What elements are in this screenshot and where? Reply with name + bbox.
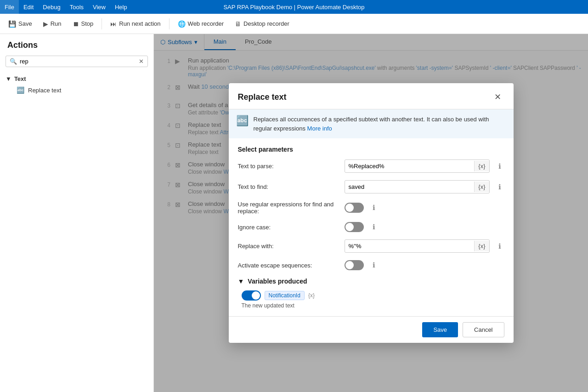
- run-icon: ▶: [43, 20, 48, 28]
- escape-info-icon[interactable]: ℹ: [369, 261, 379, 269]
- sidebar-item-label: Replace text: [28, 87, 61, 94]
- regex-toggle-wrap: [345, 203, 364, 213]
- sidebar-section-header-text[interactable]: ▼ Text: [6, 74, 148, 84]
- toolbar: 💾 Save ▶ Run ⏹ Stop ⏭ Run next action 🌐 …: [0, 14, 588, 34]
- search-box: 🔍 ✕: [6, 56, 148, 67]
- text-to-find-var-btn[interactable]: {x}: [474, 182, 489, 192]
- regex-info-icon[interactable]: ℹ: [369, 204, 379, 212]
- run-next-button[interactable]: ⏭ Run next action: [106, 18, 165, 30]
- save-label: Save: [18, 20, 32, 27]
- regex-toggle-label: Use regular expressions for find and rep…: [238, 201, 339, 215]
- text-to-parse-var-btn[interactable]: {x}: [474, 161, 489, 171]
- text-to-parse-input[interactable]: [345, 160, 475, 172]
- sidebar-section-label: Text: [14, 75, 26, 82]
- desktop-recorder-button[interactable]: 🖥 Desktop recorder: [230, 18, 294, 30]
- text-to-parse-row: Text to parse: {x} ℹ: [238, 159, 504, 173]
- ignore-case-info-icon[interactable]: ℹ: [369, 223, 379, 231]
- chevron-down-icon: ▼: [238, 278, 244, 285]
- sidebar: Actions 🔍 ✕ ▼ Text 🔤 Replace text: [0, 34, 154, 392]
- escape-toggle-row: Activate escape sequences: ℹ: [238, 260, 504, 270]
- ignore-case-toggle-wrap: [345, 222, 364, 232]
- section-header: Select parameters: [238, 146, 504, 153]
- replace-with-input[interactable]: [345, 240, 475, 252]
- replace-with-var-btn[interactable]: {x}: [474, 241, 489, 251]
- content-area: ⬡ Subflows ▾ Main Pro_Code 1 ▶ Run appli…: [154, 34, 588, 392]
- replace-with-row: Replace with: {x} ℹ: [238, 239, 504, 253]
- toolbar-sep-2: [169, 18, 170, 29]
- variable-description: The new updated text: [238, 302, 504, 309]
- escape-toggle-wrap: [345, 260, 364, 270]
- replace-text-dialog: Replace text ✕ 🔤 Replaces all occurrence…: [229, 83, 514, 343]
- dialog-header: Replace text ✕: [229, 83, 514, 109]
- toolbar-sep-1: [102, 18, 102, 29]
- dialog-footer: Save Cancel: [229, 316, 514, 343]
- stop-icon: ⏹: [73, 20, 79, 28]
- replace-with-label: Replace with:: [238, 243, 339, 250]
- run-label: Run: [51, 20, 62, 27]
- replace-text-icon: 🔤: [17, 86, 24, 94]
- escape-toggle-label: Activate escape sequences:: [238, 262, 339, 269]
- replace-with-info-icon[interactable]: ℹ: [495, 242, 504, 250]
- desktop-recorder-icon: 🖥: [235, 20, 241, 28]
- window-title: SAP RPA Playbook Demo | Power Automate D…: [223, 4, 364, 11]
- regex-toggle-row: Use regular expressions for find and rep…: [238, 201, 504, 215]
- text-to-parse-input-wrap: {x}: [345, 159, 490, 173]
- variables-header[interactable]: ▼ Variables produced: [238, 278, 504, 285]
- clear-icon[interactable]: ✕: [139, 58, 144, 65]
- save-button[interactable]: 💾 Save: [4, 18, 37, 30]
- search-icon: 🔍: [10, 58, 17, 65]
- run-button[interactable]: ▶ Run: [39, 18, 66, 30]
- info-banner: 🔤 Replaces all occurrences of a specifie…: [229, 109, 514, 138]
- sidebar-title: Actions: [0, 34, 153, 54]
- variable-curly: {x}: [308, 292, 315, 299]
- regex-toggle[interactable]: [345, 203, 364, 213]
- web-recorder-button[interactable]: 🌐 Web recorder: [173, 18, 229, 30]
- ignore-case-label: Ignore case:: [238, 224, 339, 231]
- run-next-icon: ⏭: [110, 20, 117, 28]
- menu-edit[interactable]: Edit: [19, 0, 38, 14]
- text-to-find-input-wrap: {x}: [345, 180, 490, 193]
- replace-with-input-wrap: {x}: [345, 239, 490, 253]
- main-layout: Actions 🔍 ✕ ▼ Text 🔤 Replace text ⬡ Subf…: [0, 34, 588, 392]
- text-to-parse-info-icon[interactable]: ℹ: [495, 162, 504, 170]
- menu-bar[interactable]: File Edit Debug Tools View Help: [0, 0, 132, 14]
- variables-header-label: Variables produced: [248, 278, 307, 285]
- text-to-find-input[interactable]: [345, 181, 475, 193]
- variables-section: ▼ Variables produced NotificationId {x} …: [238, 278, 504, 309]
- text-to-find-label: Text to find:: [238, 183, 339, 190]
- menu-tools[interactable]: Tools: [65, 0, 88, 14]
- menu-help[interactable]: Help: [110, 0, 132, 14]
- info-icon: 🔤: [236, 115, 248, 127]
- menu-debug[interactable]: Debug: [38, 0, 65, 14]
- chevron-down-icon: ▼: [6, 75, 11, 82]
- search-input[interactable]: [20, 58, 139, 65]
- run-next-label: Run next action: [119, 20, 160, 27]
- variable-row: NotificationId {x}: [238, 290, 504, 301]
- ignore-case-toggle-row: Ignore case: ℹ: [238, 222, 504, 232]
- dialog-body: Select parameters Text to parse: {x} ℹ T…: [229, 138, 514, 316]
- web-recorder-icon: 🌐: [178, 20, 186, 28]
- stop-label: Stop: [81, 20, 94, 27]
- menu-view[interactable]: View: [88, 0, 110, 14]
- info-text: Replaces all occurrences of a specified …: [254, 115, 506, 133]
- text-to-find-info-icon[interactable]: ℹ: [495, 183, 504, 191]
- sidebar-section-text: ▼ Text 🔤 Replace text: [0, 71, 153, 99]
- dialog-title: Replace text: [238, 92, 287, 102]
- desktop-recorder-label: Desktop recorder: [243, 20, 289, 27]
- variable-toggle[interactable]: [242, 290, 261, 301]
- text-to-parse-label: Text to parse:: [238, 163, 339, 170]
- web-recorder-label: Web recorder: [188, 20, 224, 27]
- sidebar-item-replace-text[interactable]: 🔤 Replace text: [6, 84, 148, 96]
- ignore-case-toggle[interactable]: [345, 222, 364, 232]
- escape-toggle[interactable]: [345, 260, 364, 270]
- dialog-cancel-button[interactable]: Cancel: [463, 322, 504, 337]
- menu-file[interactable]: File: [0, 0, 19, 14]
- close-button[interactable]: ✕: [492, 91, 504, 103]
- stop-button[interactable]: ⏹ Stop: [68, 18, 98, 30]
- text-to-find-row: Text to find: {x} ℹ: [238, 180, 504, 193]
- dialog-save-button[interactable]: Save: [422, 322, 458, 337]
- modal-backdrop: Replace text ✕ 🔤 Replaces all occurrence…: [154, 34, 588, 392]
- variable-name-badge: NotificationId: [265, 291, 305, 300]
- title-bar: File Edit Debug Tools View Help SAP RPA …: [0, 0, 588, 14]
- more-info-link[interactable]: More info: [307, 125, 332, 132]
